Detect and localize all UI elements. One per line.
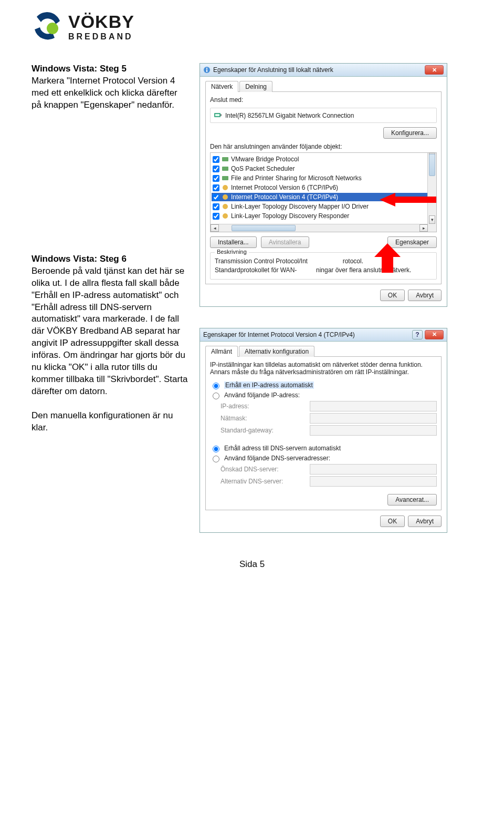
tab-alt-config[interactable]: Alternativ konfiguration bbox=[239, 346, 314, 357]
ok-button[interactable]: OK bbox=[380, 290, 405, 301]
checkbox[interactable] bbox=[213, 203, 219, 210]
svg-marker-14 bbox=[380, 193, 437, 207]
cancel-button[interactable]: Avbryt bbox=[408, 516, 442, 527]
radio-auto-dns[interactable] bbox=[213, 446, 219, 452]
list-item: VMware Bridge Protocol bbox=[212, 155, 435, 163]
radio-label: Använd följande IP-adress: bbox=[224, 391, 300, 399]
scrollbar-thumb[interactable] bbox=[429, 154, 435, 176]
step5-block: Windows Vista: Steg 5 Markera "Internet … bbox=[32, 63, 189, 111]
logo-text: VÖKBY bbox=[68, 12, 134, 32]
svg-rect-2 bbox=[206, 68, 207, 69]
ipv4-properties-dialog: Egenskaper för Internet Protocol Version… bbox=[200, 328, 447, 533]
radio-auto-ip[interactable] bbox=[213, 383, 219, 389]
radio-manual-ip[interactable] bbox=[213, 393, 219, 399]
close-button[interactable]: ✕ bbox=[425, 65, 444, 75]
tab-sharing[interactable]: Delning bbox=[239, 81, 272, 92]
description-text: Standardprotokollet för WAN- bbox=[215, 266, 297, 274]
checkbox[interactable] bbox=[213, 213, 219, 220]
description-text: rotocol. bbox=[343, 257, 363, 265]
netmask-label: Nätmask: bbox=[220, 415, 310, 422]
step6-body: Beroende på vald tjänst kan det här se o… bbox=[32, 265, 189, 398]
brand-logo: VÖKBY BREDBAND bbox=[32, 11, 472, 42]
checkbox[interactable] bbox=[213, 194, 219, 201]
svg-marker-15 bbox=[374, 243, 401, 273]
scroll-right-button[interactable]: ▸ bbox=[419, 224, 428, 232]
checkbox[interactable] bbox=[213, 175, 219, 182]
install-button[interactable]: Installera... bbox=[210, 236, 257, 248]
svg-rect-6 bbox=[220, 114, 222, 116]
gateway-field bbox=[310, 425, 437, 436]
step5-title: Windows Vista: Steg 5 bbox=[32, 63, 189, 75]
ip-address-label: IP-adress: bbox=[220, 403, 310, 410]
svg-rect-5 bbox=[215, 114, 219, 116]
list-item-label: Internet Protocol Version 4 (TCP/IPv4) bbox=[231, 193, 338, 201]
ip-address-field bbox=[310, 401, 437, 411]
tab-general[interactable]: Allmänt bbox=[205, 346, 238, 357]
radio-label: Använd följande DNS-serveradresser: bbox=[224, 455, 330, 462]
protocol-icon bbox=[222, 193, 229, 201]
red-arrow-annotation bbox=[374, 243, 401, 273]
components-listbox[interactable]: VMware Bridge Protocol QoS Packet Schedu… bbox=[210, 152, 437, 232]
scrollbar-vertical[interactable]: ▴ ▾ bbox=[427, 153, 436, 232]
configure-button[interactable]: Konfigurera... bbox=[383, 127, 437, 139]
alternate-dns-field bbox=[310, 476, 437, 487]
list-item-label: Link-Layer Topology Discovery Mapper I/O… bbox=[231, 203, 369, 210]
preferred-dns-label: Önskad DNS-server: bbox=[220, 466, 310, 473]
step6-line2: Den manuella konfigurationen är nu klar. bbox=[32, 410, 189, 434]
connection-uses-label: Den här anslutningen använder följande o… bbox=[210, 143, 437, 150]
checkbox[interactable] bbox=[213, 166, 219, 172]
description-heading: Beskrivning bbox=[215, 249, 249, 255]
uninstall-button[interactable]: Avinstallera bbox=[261, 236, 309, 248]
checkbox[interactable] bbox=[213, 184, 219, 191]
adapter-name: Intel(R) 82567LM Gigabit Network Connect… bbox=[225, 112, 354, 119]
component-icon bbox=[222, 165, 229, 172]
step6-title: Windows Vista: Steg 6 bbox=[32, 253, 189, 265]
protocol-icon bbox=[222, 203, 229, 210]
svg-point-0 bbox=[47, 23, 58, 34]
list-item-label: QoS Packet Scheduler bbox=[231, 165, 295, 172]
list-item: QoS Packet Scheduler bbox=[212, 164, 435, 173]
list-item-label: Link-Layer Topology Discovery Responder bbox=[231, 212, 349, 220]
page-number: Sida 5 bbox=[32, 559, 472, 570]
close-button[interactable]: ✕ bbox=[425, 330, 444, 339]
scroll-down-button[interactable]: ▾ bbox=[429, 215, 435, 224]
tab-network[interactable]: Nätverk bbox=[205, 81, 238, 92]
logo-icon bbox=[32, 11, 63, 42]
svg-point-12 bbox=[223, 204, 228, 209]
list-item-label: Internet Protocol Version 6 (TCP/IPv6) bbox=[231, 184, 338, 191]
help-button[interactable]: ? bbox=[412, 330, 423, 339]
dialog2-title: Egenskaper för Internet Protocol Version… bbox=[203, 331, 412, 338]
preferred-dns-field bbox=[310, 464, 437, 475]
list-item-label: VMware Bridge Protocol bbox=[231, 156, 299, 163]
svg-rect-7 bbox=[222, 157, 228, 161]
svg-rect-9 bbox=[222, 176, 228, 180]
radio-label: Erhåll en IP-adress automatiskt bbox=[224, 382, 314, 389]
svg-point-13 bbox=[223, 213, 228, 219]
connect-using-label: Anslut med: bbox=[210, 96, 437, 104]
checkbox[interactable] bbox=[213, 156, 219, 163]
network-adapter-icon bbox=[214, 110, 222, 120]
red-arrow-annotation bbox=[380, 193, 437, 207]
list-item: Link-Layer Topology Discovery Responder bbox=[212, 212, 435, 220]
component-icon bbox=[222, 174, 229, 182]
dialog1-title: Egenskaper för Anslutning till lokalt nä… bbox=[213, 66, 425, 74]
dialog-icon bbox=[203, 66, 211, 74]
description-text: Transmission Control Protocol/Int bbox=[215, 257, 308, 265]
step5-body: Markera "Internet Protocol Version 4 med… bbox=[32, 75, 189, 111]
svg-rect-3 bbox=[206, 69, 207, 72]
logo-subtext: BREDBAND bbox=[68, 32, 134, 42]
ok-button[interactable]: OK bbox=[380, 516, 405, 527]
gateway-label: Standard-gateway: bbox=[220, 427, 310, 434]
alternate-dns-label: Alternativ DNS-server: bbox=[220, 478, 310, 485]
cancel-button[interactable]: Avbryt bbox=[408, 290, 442, 301]
radio-label: Erhåll adress till DNS-servern automatis… bbox=[224, 445, 341, 452]
advanced-button[interactable]: Avancerat... bbox=[387, 494, 437, 506]
radio-manual-dns[interactable] bbox=[213, 456, 219, 462]
svg-point-11 bbox=[223, 194, 228, 200]
scrollbar-horizontal[interactable]: ◂ ▸ bbox=[211, 224, 428, 232]
list-item: Internet Protocol Version 6 (TCP/IPv6) bbox=[212, 183, 435, 192]
scroll-left-button[interactable]: ◂ bbox=[211, 224, 219, 232]
component-icon bbox=[222, 156, 229, 163]
scrollbar-thumb[interactable] bbox=[232, 225, 296, 231]
netmask-field bbox=[310, 413, 437, 424]
